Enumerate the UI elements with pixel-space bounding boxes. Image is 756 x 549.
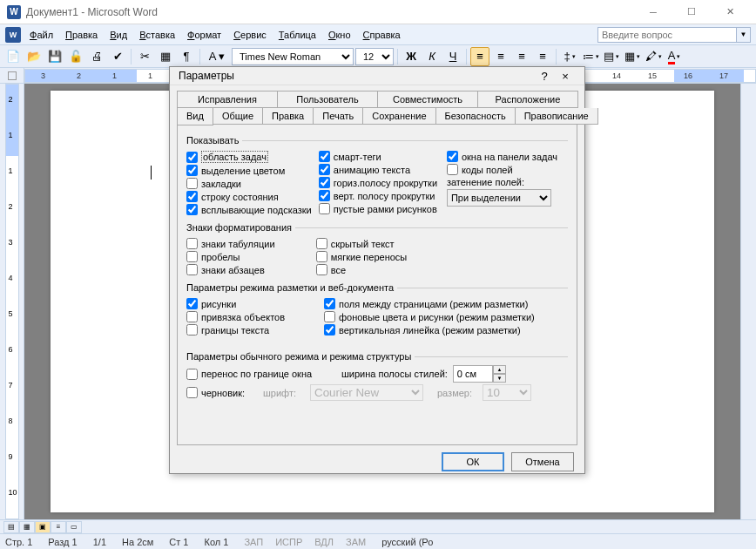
checkbox-input[interactable] [186, 178, 198, 189]
tab-Печать[interactable]: Печать [313, 108, 363, 125]
view-web-button[interactable]: ▦ [19, 521, 35, 533]
checkbox-input[interactable] [186, 311, 198, 322]
checkbox-выделение-цветом[interactable]: выделение цветом [186, 165, 312, 176]
checkbox-закладки[interactable]: закладки [186, 178, 312, 189]
checkbox-гориз.полосу-прокрутки[interactable]: гориз.полосу прокрутки [319, 177, 440, 188]
tab-Совместимость[interactable]: Совместимость [377, 91, 478, 108]
word-icon[interactable]: W [5, 27, 21, 43]
status-mode-ВДЛ[interactable]: ВДЛ [314, 537, 334, 547]
status-mode-ЗАП[interactable]: ЗАП [244, 537, 263, 547]
checkbox-знаки-табуляции[interactable]: знаки табуляции [186, 238, 309, 249]
vertical-scrollbar[interactable] [740, 84, 756, 519]
checkbox-input[interactable] [319, 164, 330, 175]
checkbox-знаки-абзацев[interactable]: знаки абзацев [186, 264, 309, 275]
checkbox-input[interactable] [186, 165, 198, 176]
style-combo[interactable]: A ▾ [204, 47, 230, 66]
checkbox-пробелы[interactable]: пробелы [186, 251, 309, 262]
line-spacing-icon[interactable]: ‡ [560, 47, 579, 66]
menu-item-вставка[interactable]: Вставка [134, 28, 180, 42]
dialog-help-button[interactable]: ? [534, 67, 555, 85]
print-icon[interactable]: 🖨 [87, 47, 106, 66]
menu-item-правка[interactable]: Правка [60, 28, 103, 42]
table-icon[interactable]: ▦ [156, 47, 175, 66]
tab-Безопасность[interactable]: Безопасность [435, 108, 516, 125]
menu-item-окно[interactable]: Окно [323, 28, 356, 42]
checkbox-input[interactable] [186, 251, 198, 262]
checkbox-скрытый-текст[interactable]: скрытый текст [316, 238, 439, 249]
spinner-down[interactable]: ▼ [493, 374, 506, 383]
field-shading-select[interactable]: При выделении [447, 189, 551, 207]
vertical-ruler[interactable]: 21123456789101112 [0, 84, 24, 519]
checkbox-input[interactable] [186, 324, 198, 336]
bold-icon[interactable]: Ж [402, 47, 421, 66]
dialog-close-button[interactable]: × [555, 67, 576, 85]
menu-item-вид[interactable]: Вид [105, 28, 132, 42]
checkbox-вертикальная-линейка-(режим-разметки)[interactable]: вертикальная линейка (режим разметки) [324, 324, 568, 336]
checkbox-input[interactable] [316, 264, 327, 275]
menu-item-таблица[interactable]: Таблица [273, 28, 321, 42]
view-normal-button[interactable]: ▤ [3, 521, 19, 533]
checkbox-поля-между-страницами-(режим-разметки)[interactable]: поля между страницами (режим разметки) [324, 298, 568, 309]
tab-Исправления[interactable]: Исправления [177, 91, 278, 108]
checkbox-границы-текста[interactable]: границы текста [186, 324, 317, 336]
checkbox-input[interactable] [324, 298, 335, 309]
font-size-combo[interactable]: 12 [355, 48, 394, 65]
style-width-spinner[interactable]: ▲▼ [453, 365, 506, 383]
new-doc-icon[interactable]: 📄 [3, 47, 23, 66]
checkbox-draft-input[interactable] [186, 387, 198, 398]
checkbox-input[interactable] [319, 203, 330, 214]
checkbox-область-задач[interactable]: область задач [186, 151, 312, 163]
menu-item-файл[interactable]: Файл [24, 28, 58, 42]
view-reading-button[interactable]: ▭ [66, 521, 82, 533]
save-icon[interactable]: 💾 [45, 47, 64, 66]
checkbox-wrap-input[interactable] [186, 369, 198, 380]
borders-icon[interactable]: ▦ [623, 47, 642, 66]
align-right-icon[interactable]: ≡ [512, 47, 531, 66]
checkbox-всплывающие-подсказки[interactable]: всплывающие подсказки [186, 204, 312, 215]
permission-icon[interactable]: 🔓 [66, 47, 85, 66]
checkbox-wrap-to-window[interactable]: перенос по границе окна [186, 369, 334, 380]
spelling-icon[interactable]: ✔ [108, 47, 127, 66]
checkbox-верт.-полосу-прокрутки[interactable]: верт. полосу прокрутки [319, 190, 440, 201]
view-print-button[interactable]: ▣ [35, 521, 51, 533]
cut-icon[interactable]: ✂ [135, 47, 154, 66]
checkbox-привязка-объектов[interactable]: привязка объектов [186, 311, 317, 322]
checkbox-фоновые-цвета-и-рисунки-(режим-разметки)[interactable]: фоновые цвета и рисунки (режим разметки) [324, 311, 568, 322]
checkbox-анимацию-текста[interactable]: анимацию текста [319, 164, 440, 175]
checkbox-коды-полей[interactable]: коды полей [447, 164, 568, 175]
checkbox-input[interactable] [186, 191, 198, 202]
checkbox-строку-состояния[interactable]: строку состояния [186, 191, 312, 202]
checkbox-рисунки[interactable]: рисунки [186, 298, 317, 309]
menu-item-справка[interactable]: Справка [358, 28, 406, 42]
checkbox-input[interactable] [316, 238, 327, 249]
paragraph-icon[interactable]: ¶ [177, 47, 196, 66]
font-name-combo[interactable]: Times New Roman [232, 48, 354, 65]
checkbox-окна-на-панели-задач[interactable]: окна на панели задач [447, 151, 568, 162]
tab-Сохранение[interactable]: Сохранение [362, 108, 435, 125]
help-question-dropdown[interactable]: ▼ [737, 27, 751, 43]
checkbox-draft-font[interactable]: черновик: [186, 387, 256, 398]
ok-button[interactable]: ОК [442, 452, 504, 471]
checkbox-пустые-рамки-рисунков[interactable]: пустые рамки рисунков [319, 203, 440, 214]
checkbox-input[interactable] [319, 151, 330, 162]
checkbox-input[interactable] [324, 324, 335, 336]
checkbox-input[interactable] [186, 152, 198, 163]
align-justify-icon[interactable]: ≡ [533, 47, 552, 66]
checkbox-input[interactable] [324, 311, 335, 322]
checkbox-input[interactable] [319, 177, 330, 188]
maximize-button[interactable]: ☐ [672, 0, 711, 24]
menu-item-формат[interactable]: Формат [182, 28, 226, 42]
tab-Общие[interactable]: Общие [213, 108, 263, 125]
cancel-button[interactable]: Отмена [511, 452, 574, 471]
tab-Правка[interactable]: Правка [262, 108, 314, 125]
checkbox-input[interactable] [186, 298, 198, 309]
indent-icon[interactable]: ▤ [602, 47, 621, 66]
italic-icon[interactable]: К [422, 47, 442, 66]
checkbox-все[interactable]: все [316, 264, 439, 275]
tab-Вид[interactable]: Вид [177, 108, 213, 125]
align-left-icon[interactable]: ≡ [470, 47, 489, 66]
bullets-icon[interactable]: ≔ [581, 47, 600, 66]
font-color-icon[interactable]: A [665, 47, 684, 66]
status-mode-ЗАМ[interactable]: ЗАМ [346, 537, 366, 547]
status-mode-ИСПР[interactable]: ИСПР [275, 537, 302, 547]
